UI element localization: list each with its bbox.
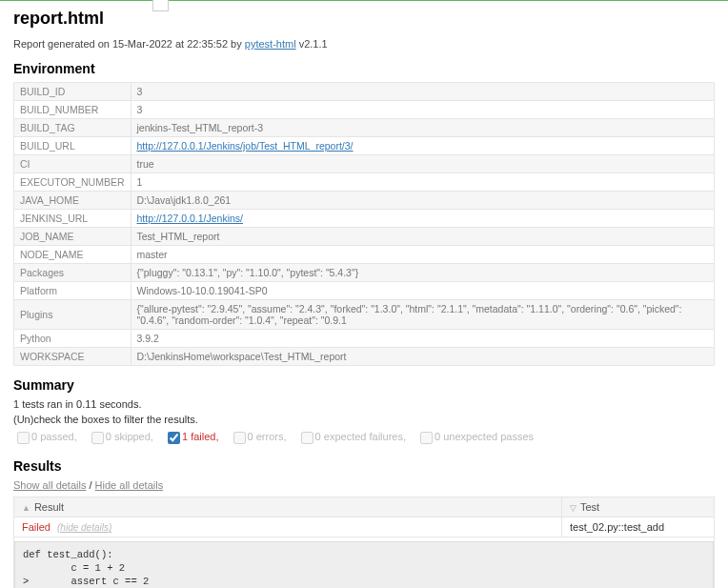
env-row: Packages{"pluggy": "0.13.1", "py": "1.10…	[14, 264, 715, 282]
env-key: BUILD_NUMBER	[14, 101, 131, 119]
generated-info: Report generated on 15-Mar-2022 at 22:35…	[13, 38, 715, 50]
sort-desc-icon: ▽	[570, 503, 576, 513]
env-row: CItrue	[14, 155, 715, 173]
filter-skipped-checkbox[interactable]	[91, 432, 104, 444]
env-key: BUILD_ID	[14, 83, 131, 101]
env-row: BUILD_ID3	[14, 83, 715, 101]
show-all-details-link[interactable]: Show all details	[13, 479, 86, 491]
env-key: Plugins	[14, 300, 131, 330]
env-row: Python3.9.2	[14, 330, 715, 348]
env-key: NODE_NAME	[14, 246, 131, 264]
col-result[interactable]: ▲Result	[14, 497, 562, 517]
results-heading: Results	[13, 458, 715, 474]
env-row: NODE_NAMEmaster	[14, 246, 715, 264]
test-cell: test_02.py::test_add	[562, 517, 715, 537]
filter-passed[interactable]: 0 passed,	[13, 431, 77, 442]
results-table: ▲Result ▽Test Failed (hide details) test…	[13, 497, 715, 588]
env-row: Plugins{"allure-pytest": "2.9.45", "assu…	[14, 300, 715, 330]
filters: 0 passed, 0 skipped, 1 failed, 0 errors,…	[13, 429, 715, 447]
page-title: report.html	[13, 9, 715, 29]
summary-line: 1 tests ran in 0.11 seconds.	[13, 398, 715, 410]
env-value: {"allure-pytest": "2.9.45", "assume": "2…	[131, 300, 715, 330]
env-value: D:\Java\jdk1.8.0_261	[131, 192, 715, 210]
env-value: 3.9.2	[131, 330, 715, 348]
env-row: EXECUTOR_NUMBER1	[14, 173, 715, 192]
sort-asc-icon: ▲	[22, 503, 30, 513]
env-row: JAVA_HOMED:\Java\jdk1.8.0_261	[14, 192, 715, 210]
result-cell: Failed (hide details)	[14, 517, 562, 537]
env-key: JOB_NAME	[14, 228, 131, 246]
filter-xfail[interactable]: 0 expected failures,	[297, 431, 406, 442]
env-row: BUILD_URLhttp://127.0.0.1/Jenkins/job/Te…	[14, 137, 715, 155]
filter-failed-checkbox[interactable]	[168, 432, 180, 444]
filter-errors[interactable]: 0 errors,	[230, 431, 287, 442]
env-value: Test_HTML_report	[131, 228, 715, 246]
filter-xpass[interactable]: 0 unexpected passes	[416, 431, 534, 442]
env-heading: Environment	[13, 61, 715, 76]
env-value: D:\JenkinsHome\workspace\Test_HTML_repor…	[131, 348, 715, 366]
top-tab	[152, 0, 169, 11]
env-value: master	[131, 246, 715, 264]
summary-heading: Summary	[13, 377, 715, 393]
filter-failed[interactable]: 1 failed,	[164, 431, 219, 442]
col-test[interactable]: ▽Test	[562, 497, 715, 517]
table-row: Failed (hide details) test_02.py::test_a…	[14, 517, 715, 537]
env-value: jenkins-Test_HTML_report-3	[131, 119, 715, 137]
env-key: Packages	[14, 264, 131, 282]
env-row: PlatformWindows-10-10.0.19041-SP0	[14, 282, 715, 300]
env-key: BUILD_URL	[14, 137, 131, 155]
summary-hint: (Un)check the boxes to filter the result…	[13, 414, 715, 425]
env-row: BUILD_NUMBER3	[14, 101, 715, 119]
env-value: {"pluggy": "0.13.1", "py": "1.10.0", "py…	[131, 264, 715, 282]
env-value: Windows-10-10.0.19041-SP0	[131, 282, 715, 300]
env-value: http://127.0.0.1/Jenkins/	[131, 210, 715, 228]
pytest-html-link[interactable]: pytest-html	[245, 38, 296, 50]
env-row: JENKINS_URLhttp://127.0.0.1/Jenkins/	[14, 210, 715, 228]
table-row-details: def test_add(): c = 1 + 2> assert c == 2…	[14, 537, 715, 589]
filter-xpass-checkbox[interactable]	[420, 432, 433, 444]
env-key: Platform	[14, 282, 131, 300]
env-link[interactable]: http://127.0.0.1/Jenkins/	[137, 213, 244, 224]
env-key: JAVA_HOME	[14, 192, 131, 210]
filter-passed-checkbox[interactable]	[17, 432, 30, 444]
env-key: CI	[14, 155, 131, 173]
hide-all-details-link[interactable]: Hide all details	[95, 479, 164, 491]
traceback: def test_add(): c = 1 + 2> assert c == 2…	[14, 541, 714, 588]
env-key: Python	[14, 330, 131, 348]
env-value: 3	[131, 83, 715, 101]
env-table: BUILD_ID3BUILD_NUMBER3BUILD_TAGjenkins-T…	[13, 82, 715, 366]
env-key: JENKINS_URL	[14, 210, 131, 228]
env-row: JOB_NAMETest_HTML_report	[14, 228, 715, 246]
env-row: BUILD_TAGjenkins-Test_HTML_report-3	[14, 119, 715, 137]
env-value: http://127.0.0.1/Jenkins/job/Test_HTML_r…	[131, 137, 715, 155]
env-key: BUILD_TAG	[14, 119, 131, 137]
filter-xfail-checkbox[interactable]	[301, 432, 313, 444]
env-value: 3	[131, 101, 715, 119]
env-key: EXECUTOR_NUMBER	[14, 173, 131, 192]
hide-details-link[interactable]: (hide details)	[57, 522, 111, 533]
env-value: true	[131, 155, 715, 173]
env-link[interactable]: http://127.0.0.1/Jenkins/job/Test_HTML_r…	[137, 140, 354, 152]
filter-skipped[interactable]: 0 skipped,	[88, 431, 153, 442]
filter-errors-checkbox[interactable]	[233, 432, 246, 444]
env-key: WORKSPACE	[14, 348, 131, 366]
env-row: WORKSPACED:\JenkinsHome\workspace\Test_H…	[14, 348, 715, 366]
env-value: 1	[131, 173, 715, 192]
